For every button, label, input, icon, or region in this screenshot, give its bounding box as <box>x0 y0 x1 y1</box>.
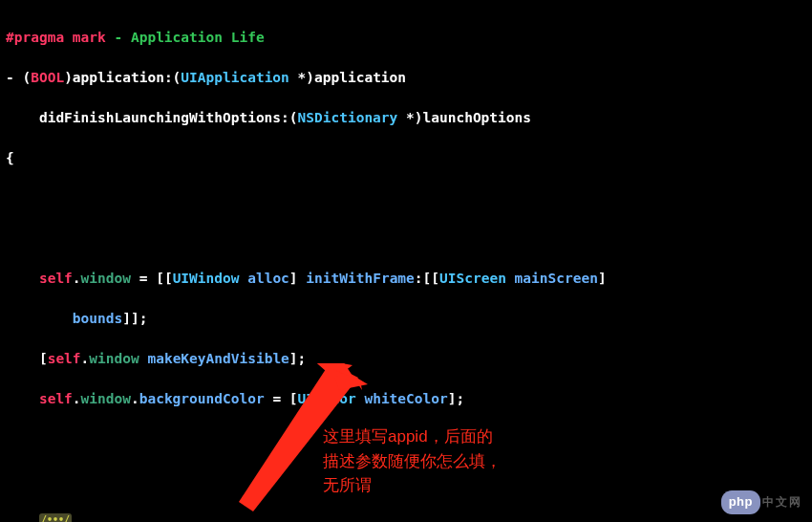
fold-marker[interactable]: /•••/ <box>39 513 72 522</box>
watermark-logo: php 中文网 <box>721 490 802 514</box>
pragma-keyword: #pragma mark <box>6 30 106 45</box>
watermark-text: 中文网 <box>762 494 802 511</box>
annotation-text: 这里填写appid，后面的 描述参数随便你怎么填， 无所谓 <box>323 424 502 498</box>
code-line: bounds]]; <box>6 309 806 329</box>
code-line: didFinishLaunchingWithOptions:(NSDiction… <box>6 108 806 128</box>
annotation-line: 这里填写appid，后面的 <box>323 427 493 446</box>
code-line: #pragma mark - Application Life <box>6 28 806 48</box>
code-line: [self.window makeKeyAndVisible]; <box>6 349 806 369</box>
code-line: /•••/ <box>6 510 806 522</box>
blank-line <box>6 228 806 249</box>
code-line: - (BOOL)application:(UIApplication *)app… <box>6 68 806 88</box>
code-line: self.window.backgroundColor = [UIColor w… <box>6 389 806 409</box>
annotation-line: 描述参数随便你怎么填， <box>323 452 502 470</box>
code-line: self.window = [[UIWindow alloc] initWith… <box>6 269 806 289</box>
php-badge: php <box>721 490 760 514</box>
blank-line <box>6 188 806 208</box>
annotation-line: 无所谓 <box>323 476 372 494</box>
code-line: { <box>6 148 806 168</box>
